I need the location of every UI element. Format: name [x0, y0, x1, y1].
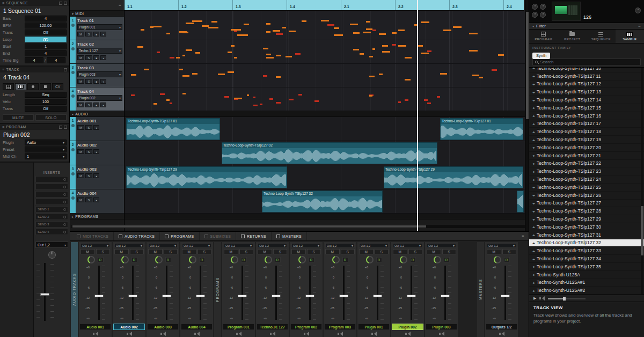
menu-icon[interactable]: ≡ [2, 68, 5, 71]
pan-knob[interactable] [48, 251, 56, 259]
mute-button[interactable]: M [77, 173, 84, 178]
mixer-tab-programs[interactable]: PROGRAMS [160, 232, 199, 240]
monitor-icon[interactable]: ■ [93, 32, 99, 36]
monitor-icon[interactable]: ■ [93, 102, 99, 107]
track-trans-value[interactable]: Off [25, 106, 67, 112]
channel-name-label[interactable]: Program 002 [290, 324, 322, 330]
midi-clip-area[interactable] [125, 11, 525, 111]
midi-track-row[interactable]: 3Track 03Plugin 003▾MS■◂ [70, 64, 124, 87]
solo-button[interactable]: S [85, 32, 92, 36]
panel-pin-icon[interactable] [59, 2, 62, 5]
monitor-icon[interactable]: ■ [93, 55, 99, 60]
browser-list-item[interactable]: ◂▸Techno-Loop-Synth-TSlp127 35 [529, 263, 644, 271]
speaker-icon[interactable] [160, 332, 166, 336]
automation-icon[interactable]: ◂ [100, 102, 106, 107]
playhead[interactable] [417, 0, 418, 231]
solo-button[interactable]: S [341, 249, 355, 254]
automation-read-button[interactable]: R [504, 257, 510, 262]
mute-button[interactable]: M [77, 197, 84, 202]
family-chip[interactable]: Synth [532, 53, 550, 59]
cv-track-button[interactable]: CV [52, 83, 63, 90]
horizontal-scrollbar[interactable] [71, 225, 525, 228]
fader-handle[interactable] [339, 295, 348, 297]
speaker-icon[interactable] [304, 332, 309, 336]
automation-read-button[interactable]: R [98, 257, 104, 262]
mixer-tab-masters[interactable]: MASTERS [272, 232, 307, 240]
browser-list-item[interactable]: ◂▸Techno-Loop-Synth-TSlp127 26 [529, 192, 644, 200]
solo-button[interactable]: S [85, 55, 92, 60]
browser-list-item[interactable]: ◂▸Techno-Loop-Synth-TSlp127 34 [529, 255, 644, 263]
time-sig-numerator[interactable]: 4 [25, 57, 43, 63]
solo-button[interactable]: S [273, 249, 288, 254]
channel-fader[interactable]: +60-6-12-25-∞ [487, 265, 516, 322]
pan-knob[interactable] [366, 256, 374, 263]
mute-button[interactable]: M [77, 32, 84, 36]
channel-fader[interactable]: +60-6-12-25-∞ [182, 265, 211, 322]
pan-knob[interactable] [298, 256, 306, 263]
pan-knob[interactable] [434, 256, 441, 263]
midi-track-row[interactable]: 2Track 02Techn.1 127▾MS■◂ [70, 40, 124, 64]
browser-list-item[interactable]: ◂▸Techno-Loop-Synth-TSlp127 28 [529, 207, 644, 215]
timeline-ruler[interactable]: 1.11.21.31.42.12.22.32.4 [125, 0, 524, 11]
solo-button[interactable]: S [85, 197, 92, 202]
midi-track-row[interactable]: 4Track 04Plugin 002▾MS■◂ [70, 87, 124, 111]
channel-fader[interactable]: +60-6-12-25-∞ [360, 265, 388, 322]
sequence-bars-value[interactable]: 4 [25, 16, 67, 21]
menu-icon[interactable]: ≡ [2, 1, 5, 5]
channel-name-label[interactable]: Techno.01 127 [257, 324, 288, 330]
mixer-tab-submixes[interactable]: SUBMIXES [200, 232, 237, 240]
filter-header[interactable]: ▾ Filter ≡ [529, 23, 644, 30]
menu-icon[interactable]: ≡ [2, 125, 5, 129]
sequence-start-value[interactable]: 1 [25, 43, 67, 49]
speaker-icon[interactable] [539, 296, 545, 301]
mixer-tab-audio-tracks[interactable]: AUDIO TRACKS [114, 232, 160, 240]
mute-button[interactable]: M [325, 249, 340, 254]
pan-knob[interactable] [265, 256, 272, 263]
send-slot-send-1[interactable]: SEND 1 [35, 206, 68, 213]
preview-volume-slider[interactable] [548, 298, 586, 299]
channel-output-select[interactable]: Out 1,2▾ [182, 243, 211, 248]
audio-track-row[interactable]: 4Audio 004MS● [70, 189, 124, 214]
browser-tab-program[interactable]: PROGRAM [529, 30, 558, 43]
channel-output-select[interactable]: Out 1,2▾ [359, 243, 389, 248]
automation-read-button[interactable]: R [131, 257, 137, 262]
midi-plug-button[interactable] [40, 83, 51, 90]
browser-list-item[interactable]: ◂▸Techno-Loop-Synth-TSlp127 21 [529, 152, 644, 160]
channel-output-select[interactable]: Out 1,2▾ [80, 243, 110, 248]
speaker-icon[interactable] [127, 332, 132, 336]
mute-button[interactable]: M [258, 249, 272, 254]
automation-read-button[interactable]: R [410, 257, 416, 262]
monitor-icon[interactable]: ■ [93, 79, 99, 84]
channel-fader[interactable]: +60-6-12-25-∞ [292, 265, 320, 322]
pan-knob[interactable] [121, 256, 129, 263]
sequence-end-value[interactable]: 4 [25, 50, 67, 56]
pan-knob[interactable] [494, 256, 501, 263]
channel-fader[interactable]: +60-6-12-25-∞ [224, 265, 253, 322]
audio-lane[interactable] [125, 189, 525, 214]
mute-button[interactable]: M [359, 249, 374, 254]
browser-list-item[interactable]: ◂▸Techno-Loop-Synth-TSlp127 33 [529, 247, 644, 255]
channel-output-select[interactable]: Out 1,2▾ [224, 243, 253, 248]
channel-fader[interactable]: +60-6-12-25-∞ [427, 265, 456, 322]
browser-list-item[interactable]: ◂▸Techno-Loop-Synth-TSlp127 30 [529, 223, 644, 231]
automation-read-button[interactable]: R [309, 257, 314, 262]
browser-list-item[interactable]: ◂▸Techno-Loop-Synth-TSlp127 19 [529, 136, 644, 144]
menu-icon[interactable]: ≡ [522, 234, 526, 239]
solo-button[interactable]: S [375, 249, 389, 254]
sequence-bpm-value[interactable]: 120.00 [25, 23, 67, 28]
browser-list-item[interactable]: ◂▸Techno-Loop-Synth-TSlp127 14 [529, 96, 644, 104]
mute-button[interactable]: M [77, 149, 84, 154]
scrollbar-thumb[interactable] [641, 206, 643, 255]
power-icon[interactable] [63, 178, 66, 181]
channel-fader[interactable]: +60-6-12-25-∞ [149, 265, 177, 322]
record-arm-icon[interactable] [71, 71, 75, 74]
mute-button[interactable]: M [80, 249, 95, 254]
speaker-icon[interactable] [499, 332, 504, 336]
speaker-icon[interactable] [194, 332, 200, 336]
record-icon[interactable]: ● [93, 173, 99, 178]
solo-button[interactable]: S [164, 249, 178, 254]
audio-track-row[interactable]: 1Audio 001MS● [70, 117, 124, 141]
speaker-icon[interactable] [93, 332, 98, 336]
solo-button[interactable]: S [307, 249, 321, 254]
pad-grid-button[interactable] [3, 83, 14, 90]
